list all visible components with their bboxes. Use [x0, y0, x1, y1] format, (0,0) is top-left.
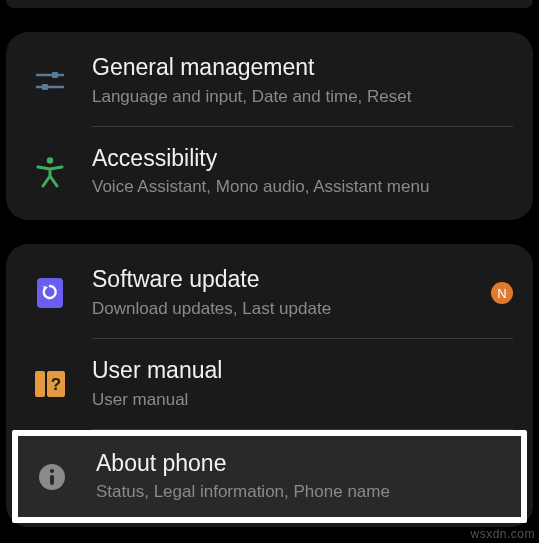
watermark: wsxdn.com — [470, 527, 535, 541]
settings-item-title: Software update — [92, 266, 481, 294]
svg-rect-5 — [37, 278, 63, 308]
svg-point-4 — [47, 157, 53, 163]
settings-group: General management Language and input, D… — [6, 32, 533, 220]
svg-text:?: ? — [51, 375, 61, 394]
notification-badge: N — [491, 282, 513, 304]
svg-rect-3 — [42, 84, 48, 90]
user-manual-icon: ? — [24, 371, 76, 397]
settings-item-title: About phone — [96, 450, 507, 478]
svg-rect-6 — [35, 371, 45, 397]
info-icon — [28, 463, 76, 491]
settings-item-about-phone[interactable]: About phone Status, Legal information, P… — [18, 436, 521, 518]
sliders-icon — [24, 68, 76, 94]
settings-item-subtitle: User manual — [92, 389, 513, 411]
previous-card-edge — [6, 0, 533, 8]
settings-item-subtitle: Language and input, Date and time, Reset — [92, 86, 513, 108]
accessibility-icon — [24, 156, 76, 188]
settings-group: Software update Download updates, Last u… — [6, 244, 533, 527]
settings-item-title: User manual — [92, 357, 513, 385]
software-update-icon — [24, 278, 76, 308]
svg-rect-2 — [52, 72, 58, 78]
settings-item-user-manual[interactable]: ? User manual User manual — [6, 339, 533, 429]
highlight-frame: About phone Status, Legal information, P… — [12, 430, 527, 524]
settings-item-software-update[interactable]: Software update Download updates, Last u… — [6, 248, 533, 338]
settings-item-subtitle: Voice Assistant, Mono audio, Assistant m… — [92, 176, 513, 198]
settings-item-title: Accessibility — [92, 145, 513, 173]
settings-item-title: General management — [92, 54, 513, 82]
settings-item-accessibility[interactable]: Accessibility Voice Assistant, Mono audi… — [6, 127, 533, 217]
settings-item-subtitle: Status, Legal information, Phone name — [96, 481, 507, 503]
svg-rect-11 — [50, 475, 54, 485]
settings-page: General management Language and input, D… — [0, 0, 539, 527]
svg-point-10 — [50, 469, 54, 473]
settings-item-general-management[interactable]: General management Language and input, D… — [6, 36, 533, 126]
settings-item-subtitle: Download updates, Last update — [92, 298, 481, 320]
